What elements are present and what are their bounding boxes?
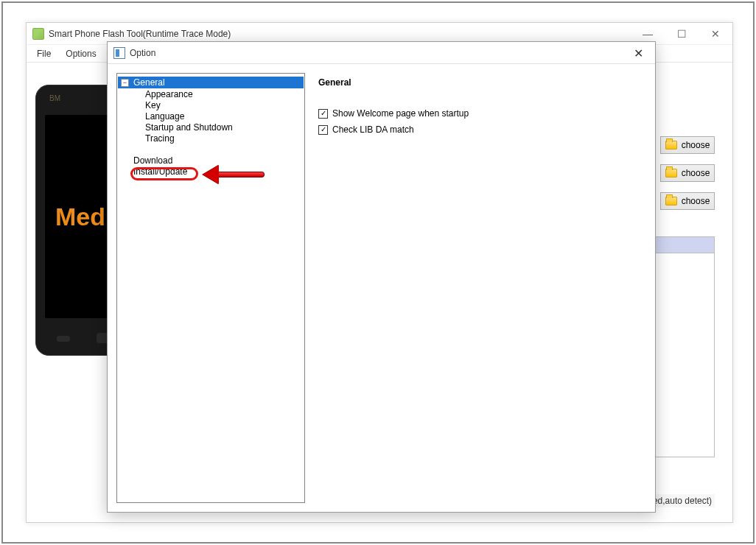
app-icon [32,28,44,40]
right-heading: General [318,77,646,88]
side-panel [651,236,715,457]
maximize-button[interactable]: ☐ [665,23,699,45]
choose-label: choose [682,196,710,206]
collapse-icon[interactable]: − [121,79,129,87]
side-panel-header [652,237,714,253]
tree-item-download[interactable]: Download [117,155,304,166]
tree-item-appearance[interactable]: Appearance [133,88,304,99]
folder-icon [665,197,677,205]
phone-capacitive-left [57,336,70,342]
choose-button-3[interactable]: choose [660,192,715,210]
dialog-close-button[interactable]: ✕ [622,42,655,64]
dialog-icon [113,47,125,59]
choose-buttons-column: choose choose choose [660,136,715,210]
options-tree[interactable]: − General Appearance Key Language Startu… [116,73,305,503]
phone-text: Medi [55,203,112,231]
folder-icon [665,141,677,150]
checkbox-label-libda: Check LIB DA match [332,124,414,135]
phone-brand-label: BM [49,94,60,102]
checkbox-row-libda: ✓ Check LIB DA match [318,124,646,135]
tree-item-tracing[interactable]: Tracing [133,133,304,144]
dialog-title: Option [130,48,155,58]
tree-item-language[interactable]: Language [133,110,304,122]
main-title: Smart Phone Flash Tool(Runtime Trace Mod… [49,29,231,39]
choose-button-1[interactable]: choose [660,136,715,154]
choose-button-2[interactable]: choose [660,164,715,182]
option-dialog: Option ✕ − General Appearance Key Langua… [107,41,656,513]
close-button[interactable]: ✕ [699,23,732,45]
checkbox-row-welcome: ✓ Show Welcome page when startup [318,108,646,119]
folder-icon [665,169,677,177]
dialog-right-pane: General ✓ Show Welcome page when startup… [318,73,646,503]
tree-item-startup-shutdown[interactable]: Startup and Shutdown [133,122,304,133]
dialog-body: − General Appearance Key Language Startu… [108,64,655,512]
menu-options[interactable]: Options [58,47,103,60]
choose-label: choose [682,140,710,150]
menu-file[interactable]: File [29,47,58,60]
tree-item-key[interactable]: Key [133,99,304,110]
tree-label-general: General [132,77,304,88]
choose-label: choose [682,168,710,178]
dialog-titlebar: Option ✕ [108,42,655,64]
tree-node-general[interactable]: − General [118,77,304,88]
checkbox-libda[interactable]: ✓ [318,125,328,135]
checkbox-welcome[interactable]: ✓ [318,109,328,119]
checkbox-label-welcome: Show Welcome page when startup [332,108,469,119]
tree-children-general: Appearance Key Language Startup and Shut… [117,88,304,144]
tree-item-obscured[interactable] [117,144,304,155]
tree-item-install-update[interactable]: Install/Update [117,166,304,177]
